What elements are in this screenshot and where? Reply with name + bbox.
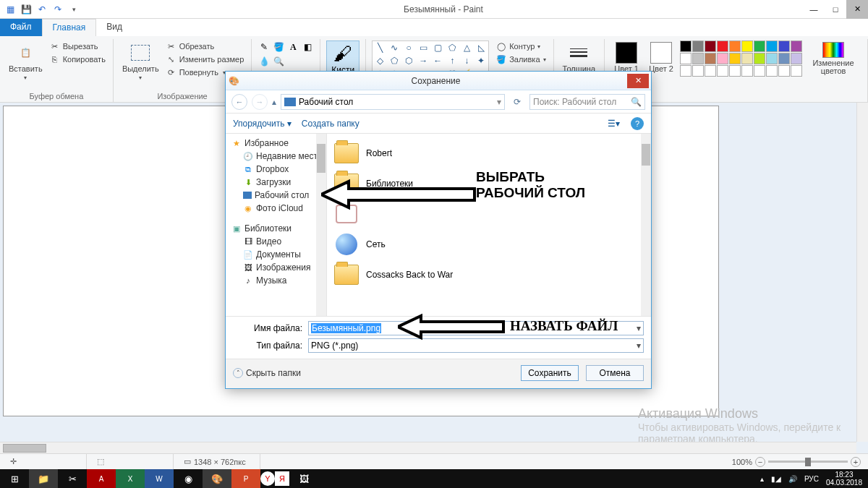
magnifier-tool[interactable]: 🔍 — [272, 55, 285, 68]
tab-file[interactable]: Файл — [0, 19, 42, 36]
palette-color[interactable] — [754, 40, 765, 52]
color-palette[interactable] — [680, 40, 802, 77]
tree-dropbox[interactable]: ⧉Dropbox — [227, 163, 325, 176]
tree-images[interactable]: 🖼Изображения — [227, 261, 325, 274]
tree-desktop[interactable]: Рабочий стол — [227, 189, 325, 202]
taskbar-paint[interactable]: 🎨 — [203, 469, 231, 488]
palette-color[interactable] — [729, 40, 741, 52]
palette-color[interactable] — [741, 40, 753, 52]
shape-curve[interactable]: ∿ — [387, 41, 401, 54]
taskbar-word[interactable]: W — [145, 469, 174, 488]
palette-color[interactable] — [680, 53, 692, 64]
taskbar-adobe[interactable]: A — [87, 469, 116, 488]
tree-recent[interactable]: 🕘Недавние места — [227, 150, 325, 163]
undo-icon[interactable]: ↶ — [35, 2, 49, 17]
palette-color[interactable] — [766, 53, 778, 64]
palette-color[interactable] — [778, 40, 790, 52]
taskbar-yandex2[interactable]: Я — [275, 471, 289, 486]
palette-color[interactable] — [729, 65, 741, 77]
tray-lang[interactable]: РУС — [804, 475, 819, 483]
filetype-combo[interactable]: PNG (*.png) — [308, 338, 644, 353]
palette-color[interactable] — [717, 53, 728, 64]
outline-button[interactable]: ◯Контур▾ — [495, 40, 547, 52]
file-network[interactable]: Сеть — [333, 229, 645, 260]
refresh-button[interactable]: ⟳ — [509, 94, 525, 110]
view-options-button[interactable]: ☰▾ — [606, 116, 621, 131]
new-folder-button[interactable]: Создать папку — [302, 119, 359, 129]
shape-rarrow[interactable]: → — [416, 54, 430, 67]
shape-rect[interactable]: ▭ — [416, 41, 430, 54]
paste-button[interactable]: 📋 Вставить ▾ — [6, 40, 46, 82]
palette-color[interactable] — [766, 40, 778, 52]
taskbar-powerpoint[interactable]: P — [231, 469, 260, 488]
shape-pent[interactable]: ⬠ — [387, 54, 401, 67]
palette-color[interactable] — [778, 53, 790, 64]
palette-color[interactable] — [766, 65, 778, 77]
crop-button[interactable]: ✂Обрезать — [165, 40, 246, 52]
fill-tool[interactable]: 🪣 — [272, 40, 285, 53]
tree-scrollbar[interactable] — [316, 134, 326, 316]
palette-color[interactable] — [717, 65, 728, 77]
palette-color[interactable] — [754, 53, 765, 64]
palette-color[interactable] — [692, 40, 704, 52]
shape-tri[interactable]: △ — [459, 41, 474, 54]
dialog-close-button[interactable]: ✕ — [627, 74, 649, 88]
taskbar-snip[interactable]: ✂ — [58, 469, 87, 488]
palette-color[interactable] — [705, 40, 716, 52]
tree-documents[interactable]: 📄Документы — [227, 248, 325, 261]
tab-home[interactable]: Главная — [42, 19, 97, 36]
shape-darrow[interactable]: ↓ — [459, 54, 474, 67]
qat-customize-icon[interactable]: ▾ — [67, 2, 81, 17]
copy-button[interactable]: ⎘Копировать — [48, 53, 107, 65]
edit-colors-button[interactable]: Изменение цветов — [805, 40, 861, 77]
zoom-thumb[interactable] — [805, 458, 811, 466]
file-libraries[interactable]: Библиотеки — [333, 168, 645, 199]
nav-back-button[interactable]: ← — [231, 94, 247, 110]
palette-color[interactable] — [680, 65, 692, 77]
zoom-out-button[interactable]: − — [755, 457, 765, 467]
tree-scroll-thumb[interactable] — [317, 144, 326, 173]
palette-color[interactable] — [729, 53, 741, 64]
file-list[interactable]: Robert Библиотеки Сеть Cossacks Back to … — [327, 134, 651, 316]
save-button[interactable]: Сохранить — [521, 365, 579, 381]
search-input[interactable]: Поиск: Рабочий стол🔍 — [529, 94, 645, 110]
tray-network-icon[interactable]: ▮◢ — [771, 475, 781, 483]
maximize-button[interactable]: □ — [825, 0, 846, 19]
shape-oval[interactable]: ○ — [401, 41, 416, 54]
filename-input[interactable]: Безымянный.png▾ — [308, 321, 644, 335]
hscroll-thumb[interactable] — [3, 444, 46, 453]
taskbar-excel[interactable]: X — [116, 469, 145, 488]
files-scroll-thumb[interactable] — [642, 144, 650, 166]
palette-color[interactable] — [791, 65, 802, 77]
nav-forward-button[interactable]: → — [252, 94, 268, 110]
shape-poly[interactable]: ⬠ — [445, 41, 459, 54]
taskbar-photos[interactable]: 🖼 — [289, 469, 318, 488]
cut-button[interactable]: ✂Вырезать — [48, 40, 107, 52]
select-button[interactable]: Выделить ▾ — [119, 40, 162, 82]
tab-view[interactable]: Вид — [96, 19, 132, 36]
redo-icon[interactable]: ↷ — [51, 2, 65, 17]
hide-folders-button[interactable]: ˄Скрыть папки — [233, 368, 301, 378]
palette-color[interactable] — [705, 65, 716, 77]
vertical-scrollbar[interactable] — [856, 103, 868, 442]
tray-up-icon[interactable]: ▴ — [760, 475, 764, 483]
eraser-tool[interactable]: ◧ — [301, 40, 314, 53]
shape-diamond[interactable]: ◇ — [373, 54, 387, 67]
tree-downloads[interactable]: ⬇Загрузки — [227, 176, 325, 189]
nav-tree[interactable]: ★Избранное 🕘Недавние места ⧉Dropbox ⬇Заг… — [226, 134, 327, 316]
resize-button[interactable]: ⤡Изменить размер — [165, 53, 246, 65]
address-bar[interactable]: Рабочий стол ▾ — [281, 94, 505, 110]
nav-up-icon[interactable]: ▴ — [272, 97, 276, 107]
tray-volume-icon[interactable]: 🔊 — [788, 475, 797, 483]
taskbar-explorer[interactable]: 📁 — [29, 469, 58, 488]
palette-color[interactable] — [754, 65, 765, 77]
shape-uarrow[interactable]: ↑ — [445, 54, 459, 67]
tray-clock[interactable]: 18:23 04.03.2018 — [826, 471, 862, 487]
palette-color[interactable] — [741, 65, 753, 77]
horizontal-scrollbar[interactable] — [0, 442, 856, 453]
tree-video[interactable]: 🎞Видео — [227, 235, 325, 248]
pencil-tool[interactable]: ✎ — [258, 40, 271, 53]
zoom-slider[interactable] — [768, 461, 848, 463]
shape-line[interactable]: ╲ — [373, 41, 387, 54]
palette-color[interactable] — [741, 53, 753, 64]
